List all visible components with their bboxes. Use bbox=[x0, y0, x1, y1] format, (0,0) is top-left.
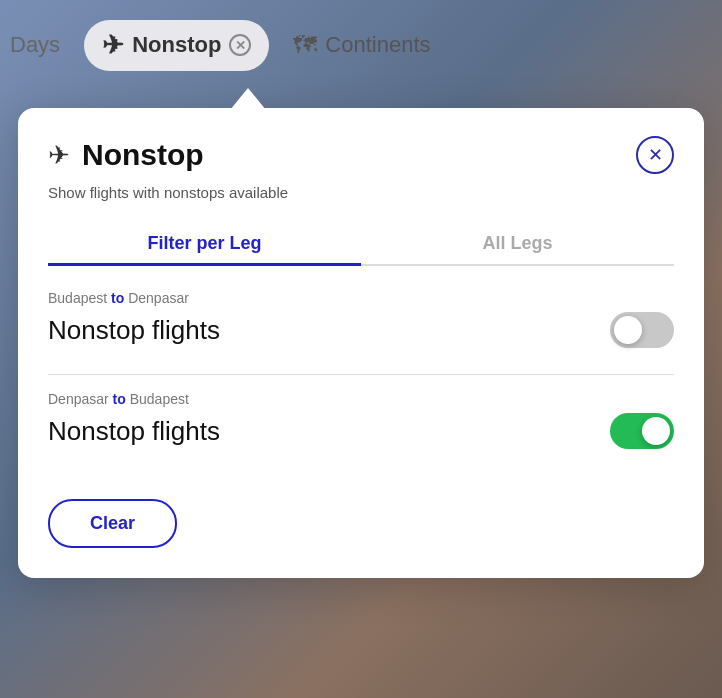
leg-2-to-word: to bbox=[113, 391, 126, 407]
leg-2-label: Nonstop flights bbox=[48, 416, 220, 447]
tabs-container: Filter per Leg All Legs bbox=[48, 223, 674, 266]
leg-2-route: Denpasar to Budapest bbox=[48, 391, 674, 407]
modal-subtitle: Show flights with nonstops available bbox=[48, 184, 674, 201]
nav-nonstop-close-icon[interactable]: ✕ bbox=[229, 34, 251, 56]
leg-divider bbox=[48, 374, 674, 375]
leg-1-toggle[interactable] bbox=[610, 312, 674, 348]
leg-section-2: Denpasar to Budapest Nonstop flights bbox=[48, 391, 674, 465]
nav-item-continents[interactable]: 🗺 Continents bbox=[269, 21, 454, 69]
leg-1-from: Budapest bbox=[48, 290, 107, 306]
tooltip-triangle bbox=[230, 88, 266, 110]
days-label: Days bbox=[10, 32, 60, 58]
leg-2-toggle-knob bbox=[642, 417, 670, 445]
nav-nonstop-label: Nonstop bbox=[132, 32, 221, 58]
leg-1-to: Denpasar bbox=[128, 290, 189, 306]
plane-icon-modal: ✈ bbox=[48, 140, 70, 171]
leg-section-1: Budapest to Denpasar Nonstop flights bbox=[48, 290, 674, 364]
tab-filter-per-leg[interactable]: Filter per Leg bbox=[48, 223, 361, 264]
leg-1-to-word: to bbox=[111, 290, 124, 306]
nav-item-days[interactable]: Days bbox=[0, 22, 84, 68]
leg-1-route: Budapest to Denpasar bbox=[48, 290, 674, 306]
nav-item-nonstop[interactable]: ✈ Nonstop ✕ bbox=[84, 20, 269, 71]
leg-2-from: Denpasar bbox=[48, 391, 109, 407]
top-nav: Days ✈ Nonstop ✕ 🗺 Continents bbox=[0, 0, 722, 90]
leg-1-row: Nonstop flights bbox=[48, 312, 674, 364]
map-icon: 🗺 bbox=[293, 31, 317, 59]
leg-2-to: Budapest bbox=[130, 391, 189, 407]
modal-panel: ✈ Nonstop ✕ Show flights with nonstops a… bbox=[18, 108, 704, 578]
clear-button[interactable]: Clear bbox=[48, 499, 177, 548]
modal-title-group: ✈ Nonstop bbox=[48, 138, 204, 172]
leg-2-toggle[interactable] bbox=[610, 413, 674, 449]
plane-icon-nav: ✈ bbox=[102, 30, 124, 61]
modal-close-button[interactable]: ✕ bbox=[636, 136, 674, 174]
tab-all-legs[interactable]: All Legs bbox=[361, 223, 674, 264]
leg-1-label: Nonstop flights bbox=[48, 315, 220, 346]
leg-1-toggle-knob bbox=[614, 316, 642, 344]
leg-2-row: Nonstop flights bbox=[48, 413, 674, 465]
modal-title: Nonstop bbox=[82, 138, 204, 172]
modal-header: ✈ Nonstop ✕ bbox=[48, 136, 674, 174]
continents-label: Continents bbox=[325, 32, 430, 58]
